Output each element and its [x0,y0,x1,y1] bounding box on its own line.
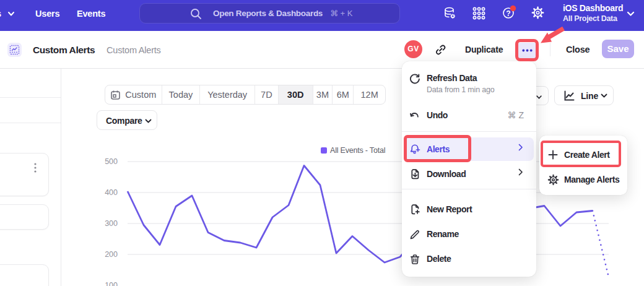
svg-text:?: ? [506,9,510,18]
